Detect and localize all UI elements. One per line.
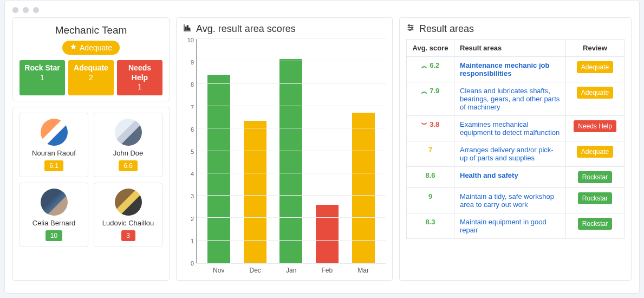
people-card: Nouran Raouf6.1John Doe6.6Celia Bernard1… [12,107,170,281]
gridline [197,217,386,218]
row-review: Adequate [566,57,625,82]
gridline [197,106,386,106]
row-score: 8.3 [407,213,454,239]
person-score-badge: 3 [121,230,135,241]
person-card[interactable]: Ludovic Chaillou3 [94,183,162,247]
window-dot [12,7,18,13]
team-status-badge[interactable]: Adequate [62,41,120,55]
result-areas-table: Avg. score Result areas Review ︽ 6.2Main… [406,39,625,239]
svg-point-4 [411,27,413,29]
chevrons-up-icon: ︽ [421,88,426,94]
status-box-adequate[interactable]: Adequate2 [68,60,114,95]
people-grid: Nouran Raouf6.1John Doe6.6Celia Bernard1… [19,113,162,247]
person-name: Celia Bernard [23,219,84,227]
row-score: 7 [407,141,454,167]
sliders-icon [406,23,415,35]
chart-card: Avg. result area scores 109876543210 Nov… [176,17,393,281]
window-dot [33,7,39,13]
chart-bar[interactable] [207,75,230,263]
svg-rect-0 [185,27,186,30]
result-areas-card: Result areas Avg. score Result areas Rev… [399,17,632,281]
table-row: ︽ 6.2Maintenance mechanic job responsibi… [407,57,625,82]
chart-yaxis: 109876543210 [183,39,196,263]
window-titlebar [5,1,639,17]
chart-bars [197,39,386,263]
table-row: 8.6Health and safetyRockstar [407,167,625,188]
chevrons-up-icon: ︽ [421,62,426,69]
result-areas-tbody: ︽ 6.2Maintenance mechanic job responsibi… [407,57,625,239]
xtick: Jan [286,267,296,274]
app-window: Mechanic Team Adequate Rock Star1Adequat… [4,0,640,294]
chevrons-down-icon: ︾ [421,121,426,128]
chart-title: Avg. result area scores [196,23,296,35]
gridline [197,173,386,173]
row-area[interactable]: Cleans and lubricates shafts, bearings, … [454,82,566,116]
row-review: Rockstar [566,213,625,239]
col-header-review[interactable]: Review [566,40,625,57]
status-box-needs-help[interactable]: Needs Help1 [117,60,162,95]
person-name: John Doe [97,149,159,157]
row-review: Adequate [566,82,625,116]
person-card[interactable]: Nouran Raouf6.1 [19,113,88,177]
content: Mechanic Team Adequate Rock Star1Adequat… [5,17,639,288]
team-title: Mechanic Team [19,24,162,36]
person-card[interactable]: John Doe6.6 [94,113,162,177]
chart-plot-area [196,39,386,263]
chart-xaxis: NovDecJanFebMar [183,263,386,274]
row-area[interactable]: Maintain equipment in good repair [454,213,566,239]
svg-point-5 [409,29,411,31]
row-score: ︽ 6.2 [407,57,454,82]
row-area[interactable]: Arranges delivery and/or pick-up of part… [454,141,566,167]
xtick: Mar [357,267,369,274]
gridline [197,240,386,241]
col-header-score[interactable]: Avg. score [407,40,454,57]
svg-rect-1 [187,25,188,30]
person-score-badge: 6.6 [119,160,138,171]
table-row: ︽ 7.9Cleans and lubricates shafts, beari… [407,82,625,116]
gridline [197,151,386,151]
status-box-rock-star[interactable]: Rock Star1 [19,60,65,95]
table-row: ︾ 3.8Examines mechanical equipment to de… [407,116,625,141]
row-score: ︽ 7.9 [407,82,454,116]
avatar [115,119,142,146]
gridline [197,83,386,84]
chart-bar[interactable] [279,59,302,263]
chart-bar[interactable] [316,205,339,263]
team-card: Mechanic Team Adequate Rock Star1Adequat… [12,17,170,101]
chart-title-row: Avg. result area scores [183,23,386,35]
row-area[interactable]: Maintain a tidy, safe workshop area to c… [454,188,566,213]
chart-bar[interactable] [244,121,266,263]
gridline [197,195,386,196]
chart: 109876543210 NovDecJanFebMar [183,39,386,274]
avatar [115,189,142,216]
svg-point-3 [408,25,410,27]
row-score: ︾ 3.8 [407,116,454,141]
row-score: 8.6 [407,167,454,188]
gridline [197,38,386,39]
xtick: Feb [321,267,333,274]
table-row: 8.3Maintain equipment in good repairRock… [407,213,625,239]
row-area[interactable]: Health and safety [454,167,566,188]
gridline [197,128,386,128]
xtick: Nov [213,267,224,274]
person-score-badge: 6.1 [44,160,63,171]
avatar [41,189,68,216]
row-score: 9 [407,188,454,213]
row-review: Rockstar [566,167,625,188]
gridline [197,61,386,61]
person-name: Ludovic Chaillou [97,219,159,227]
row-review: Adequate [566,141,625,167]
table-row: 7Arranges delivery and/or pick-up of par… [407,141,625,167]
person-card[interactable]: Celia Bernard10 [19,183,88,247]
row-review: Rockstar [566,188,625,213]
status-row: Rock Star1Adequate2Needs Help1 [19,60,162,95]
team-status-label: Adequate [80,43,112,52]
svg-rect-2 [189,28,190,30]
table-row: 9Maintain a tidy, safe workshop area to … [407,188,625,213]
row-review: Needs Help [566,116,625,141]
row-area[interactable]: Examines mechanical equipment to detect … [454,116,566,141]
result-areas-title: Result areas [419,23,474,35]
col-header-area[interactable]: Result areas [454,40,566,57]
row-area[interactable]: Maintenance mechanic job responsibilitie… [454,57,566,82]
person-name: Nouran Raouf [23,149,84,157]
